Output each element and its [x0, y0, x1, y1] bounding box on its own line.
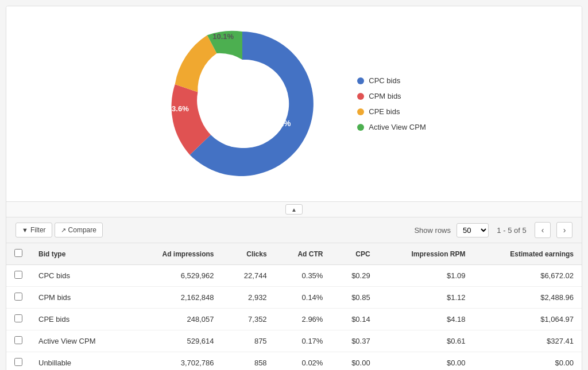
table-header-row: Bid type Ad impressions Clicks Ad CTR CP…: [6, 243, 582, 265]
table-row: Active View CPM 529,614 875 0.17% $0.37 …: [6, 330, 582, 352]
row-impression-rpm: $0.61: [378, 330, 474, 352]
row-impression-rpm: $1.12: [378, 287, 474, 309]
chevron-right-icon: ›: [563, 225, 566, 235]
row-ad-impressions: 2,162,848: [130, 287, 222, 309]
row-cpc: $0.85: [331, 287, 378, 309]
row-ad-impressions: 3,702,786: [130, 352, 222, 371]
legend-item-activeview: Active View CPM: [357, 123, 425, 131]
legend-dot-cpe: [357, 108, 364, 115]
select-all-checkbox[interactable]: [14, 249, 22, 257]
row-ad-ctr: 0.17%: [275, 330, 331, 352]
row-ad-impressions: 248,057: [130, 309, 222, 330]
legend-item-cpc: CPC bids: [357, 76, 425, 85]
toolbar: ▼ Filter ↗ Compare Show rows 50 10 25 10…: [6, 217, 582, 243]
row-bid-type: CPM bids: [30, 287, 130, 309]
row-checkbox-cell: [6, 265, 30, 287]
row-ad-ctr: 0.02%: [275, 352, 331, 371]
row-checkbox-0[interactable]: [14, 271, 22, 279]
row-checkbox-cell: [6, 309, 30, 330]
col-header-ad-impressions[interactable]: Ad impressions: [130, 243, 222, 265]
pagination-info: 1 - 5 of 5: [494, 226, 529, 235]
filter-button[interactable]: ▼ Filter: [16, 223, 52, 237]
row-impression-rpm: $0.00: [378, 352, 474, 371]
row-bid-type: CPE bids: [30, 309, 130, 330]
compare-label: Compare: [68, 226, 96, 234]
row-estimated-earnings: $1,064.97: [473, 309, 582, 330]
toolbar-left: ▼ Filter ↗ Compare: [16, 223, 103, 237]
data-table: Bid type Ad impressions Clicks Ad CTR CP…: [6, 243, 582, 370]
row-bid-type: Unbillable: [30, 352, 130, 371]
row-checkbox-1[interactable]: [14, 293, 22, 301]
legend-dot-cpm: [357, 93, 364, 100]
collapse-handle: ▲: [6, 201, 582, 217]
row-checkbox-cell: [6, 352, 30, 371]
col-header-bid-type[interactable]: Bid type: [30, 243, 130, 265]
row-checkbox-2[interactable]: [14, 314, 22, 322]
row-ad-impressions: 6,529,962: [130, 265, 222, 287]
row-cpc: $0.00: [331, 352, 378, 371]
filter-label: Filter: [30, 226, 46, 234]
row-ad-ctr: 0.14%: [275, 287, 331, 309]
collapse-button[interactable]: ▲: [285, 204, 303, 215]
legend-label-cpm: CPM bids: [369, 92, 401, 100]
row-checkbox-4[interactable]: [14, 358, 22, 366]
col-header-cpc[interactable]: CPC: [331, 243, 378, 265]
col-header-clicks[interactable]: Clicks: [222, 243, 275, 265]
svg-point-0: [198, 60, 287, 148]
legend-label-cpe: CPE bids: [369, 107, 400, 116]
compare-button[interactable]: ↗ Compare: [55, 223, 103, 237]
show-rows-label: Show rows: [414, 226, 451, 235]
row-estimated-earnings: $2,488.96: [473, 287, 582, 309]
col-header-checkbox: [6, 243, 30, 265]
row-ad-impressions: 529,614: [130, 330, 222, 352]
table-row: CPM bids 2,162,848 2,932 0.14% $0.85 $1.…: [6, 287, 582, 309]
legend-label-cpc: CPC bids: [369, 76, 400, 85]
row-checkbox-cell: [6, 330, 30, 352]
row-clicks: 858: [222, 352, 275, 371]
row-cpc: $0.37: [331, 330, 378, 352]
legend-label-activeview: Active View CPM: [369, 123, 425, 131]
donut-chart: 63.2% 23.6% 10.1%: [162, 24, 323, 184]
table-row: CPE bids 248,057 7,352 2.96% $0.14 $4.18…: [6, 309, 582, 330]
row-checkbox-3[interactable]: [14, 336, 22, 344]
row-ad-ctr: 0.35%: [275, 265, 331, 287]
chart-legend: CPC bids CPM bids CPE bids Active View C…: [357, 76, 425, 131]
row-clicks: 2,932: [222, 287, 275, 309]
row-estimated-earnings: $327.41: [473, 330, 582, 352]
prev-page-button[interactable]: ‹: [535, 222, 551, 238]
legend-dot-activeview: [357, 124, 364, 131]
next-page-button[interactable]: ›: [556, 222, 572, 238]
show-rows-select[interactable]: 50 10 25 100: [457, 223, 489, 237]
row-clicks: 875: [222, 330, 275, 352]
legend-item-cpe: CPE bids: [357, 107, 425, 116]
legend-item-cpm: CPM bids: [357, 92, 425, 100]
row-impression-rpm: $4.18: [378, 309, 474, 330]
table-row: Unbillable 3,702,786 858 0.02% $0.00 $0.…: [6, 352, 582, 371]
row-ad-ctr: 2.96%: [275, 309, 331, 330]
table-row: CPC bids 6,529,962 22,744 0.35% $0.29 $1…: [6, 265, 582, 287]
toolbar-right: Show rows 50 10 25 100 1 - 5 of 5 ‹ ›: [414, 222, 572, 238]
chart-section: 63.2% 23.6% 10.1% CPC bids CPM bids CPE …: [6, 6, 582, 201]
row-cpc: $0.29: [331, 265, 378, 287]
main-container: 63.2% 23.6% 10.1% CPC bids CPM bids CPE …: [6, 6, 582, 370]
row-checkbox-cell: [6, 287, 30, 309]
data-table-wrapper: Bid type Ad impressions Clicks Ad CTR CP…: [6, 243, 582, 370]
row-impression-rpm: $1.09: [378, 265, 474, 287]
col-header-ad-ctr[interactable]: Ad CTR: [275, 243, 331, 265]
row-estimated-earnings: $6,672.02: [473, 265, 582, 287]
table-body: CPC bids 6,529,962 22,744 0.35% $0.29 $1…: [6, 265, 582, 371]
chevron-left-icon: ‹: [541, 225, 544, 235]
row-bid-type: Active View CPM: [30, 330, 130, 352]
row-estimated-earnings: $0.00: [473, 352, 582, 371]
compare-icon: ↗: [61, 227, 66, 234]
row-clicks: 7,352: [222, 309, 275, 330]
col-header-estimated-earnings[interactable]: Estimated earnings: [473, 243, 582, 265]
row-cpc: $0.14: [331, 309, 378, 330]
filter-icon: ▼: [22, 227, 28, 233]
row-clicks: 22,744: [222, 265, 275, 287]
col-header-impression-rpm[interactable]: Impression RPM: [378, 243, 474, 265]
legend-dot-cpc: [357, 77, 364, 84]
row-bid-type: CPC bids: [30, 265, 130, 287]
